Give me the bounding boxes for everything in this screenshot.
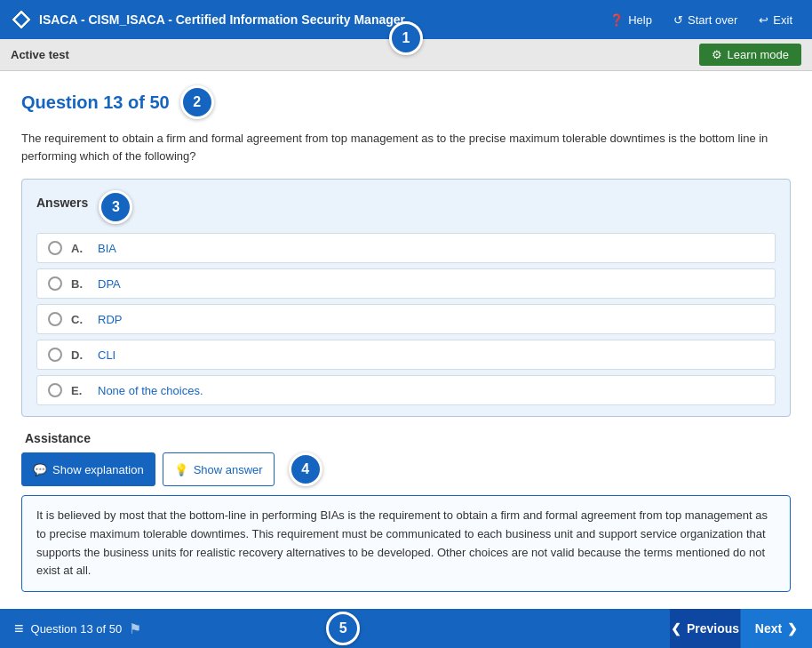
footer-question-info: Question 13 of 50 (31, 622, 123, 636)
step-indicator-5: 5 (326, 612, 360, 645)
question-header: Question 13 of 50 2 (21, 85, 791, 119)
header-actions: ❓ Help ↺ Start over ↩ Exit (601, 8, 801, 32)
answers-title: Answers (36, 196, 88, 210)
header-logo: ISACA - CISM_ISACA - Certified Informati… (11, 9, 601, 30)
answer-text-b: DPA (98, 277, 121, 291)
active-test-label: Active test (11, 48, 69, 61)
footer-list-icon: ≡ (14, 620, 24, 638)
previous-button[interactable]: ❮ Previous (670, 609, 741, 648)
learn-mode-button[interactable]: ⚙ Learn mode (699, 44, 801, 66)
explanation-box: It is believed by most that the bottom-l… (21, 495, 791, 592)
flag-icon[interactable]: ⚑ (129, 620, 141, 637)
logo-icon (11, 9, 32, 30)
start-over-button[interactable]: ↺ Start over (665, 8, 746, 32)
answer-label-c: C. (71, 313, 89, 326)
step-indicator-3: 3 (99, 190, 132, 224)
radio-b[interactable] (48, 276, 62, 291)
show-explanation-button[interactable]: 💬 Show explanation (21, 452, 155, 486)
answer-label-d: D. (71, 348, 89, 362)
explanation-text: It is believed by most that the bottom-l… (36, 507, 776, 580)
step-indicator-2: 2 (180, 85, 214, 119)
assistance-section: Assistance 💬 Show explanation 💡 Show ans… (21, 431, 791, 592)
answer-option-e[interactable]: E. None of the choices. (36, 375, 776, 405)
step-indicator-4: 4 (289, 452, 322, 486)
step-indicator-1: 1 (389, 21, 423, 55)
answer-label-b: B. (71, 277, 89, 291)
question-number: Question 13 of 50 (21, 92, 170, 113)
answer-text-c: RDP (98, 313, 122, 326)
radio-c[interactable] (48, 312, 62, 326)
show-answer-button[interactable]: 💡 Show answer (163, 452, 275, 486)
radio-e[interactable] (48, 383, 62, 397)
learn-mode-icon: ⚙ (712, 48, 722, 61)
footer-left: ≡ Question 13 of 50 ⚑ 5 (0, 612, 670, 645)
footer-navigation: ❮ Previous Next ❯ (670, 609, 812, 648)
answer-option-a[interactable]: A. BIA (36, 233, 776, 263)
exit-button[interactable]: ↩ Exit (750, 8, 801, 32)
prev-arrow-icon: ❮ (671, 621, 681, 636)
next-button[interactable]: Next ❯ (741, 609, 812, 648)
main-content: Question 13 of 50 2 The requirement to o… (0, 71, 812, 609)
help-button[interactable]: ❓ Help (601, 8, 661, 32)
header-title: ISACA - CISM_ISACA - Certified Informati… (39, 12, 405, 27)
help-icon: ❓ (609, 13, 624, 27)
answer-label-a: A. (71, 242, 89, 255)
assistance-title: Assistance (21, 431, 791, 445)
answer-option-c[interactable]: C. RDP (36, 304, 776, 334)
answer-option-d[interactable]: D. CLI (36, 340, 776, 370)
answer-text-d: CLI (98, 348, 115, 362)
exit-icon: ↩ (759, 13, 768, 27)
question-text: The requirement to obtain a firm and for… (21, 130, 791, 164)
answer-text-e: None of the choices. (98, 384, 203, 397)
radio-d[interactable] (48, 348, 62, 362)
answer-icon: 💡 (174, 463, 188, 476)
footer: ≡ Question 13 of 50 ⚑ 5 ❮ Previous Next … (0, 609, 812, 648)
assistance-buttons: 💬 Show explanation 💡 Show answer 4 (21, 452, 791, 486)
explanation-icon: 💬 (33, 463, 47, 476)
next-arrow-icon: ❯ (787, 621, 798, 636)
answer-option-b[interactable]: B. DPA (36, 268, 776, 299)
start-over-icon: ↺ (673, 13, 683, 27)
radio-a[interactable] (48, 241, 62, 255)
answer-label-e: E. (71, 384, 89, 397)
answers-box: Answers 3 A. BIA B. DPA C. RDP D. CLI E.… (21, 179, 791, 417)
step-indicator-1-wrapper: 1 (389, 21, 423, 55)
answer-text-a: BIA (98, 242, 116, 255)
